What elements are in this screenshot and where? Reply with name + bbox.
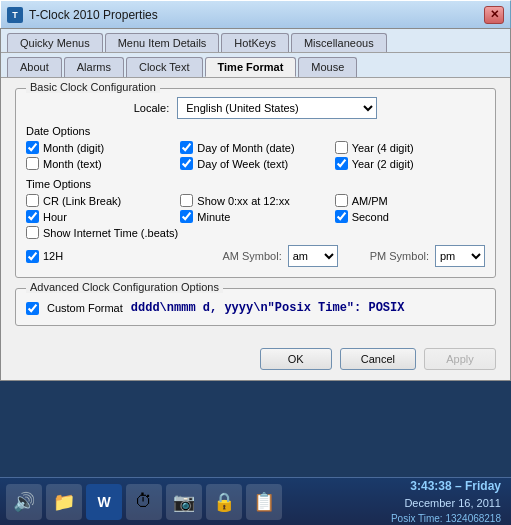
advanced-clock-section: Advanced Clock Configuration Options Cus… bbox=[15, 288, 496, 326]
checkbox-year-2digit: Year (2 digit) bbox=[335, 157, 485, 170]
checkbox-hour-label: Hour bbox=[43, 211, 67, 223]
custom-format-label: Custom Format bbox=[47, 302, 123, 314]
button-row: OK Cancel Apply bbox=[1, 344, 510, 380]
close-button[interactable]: ✕ bbox=[484, 6, 504, 24]
checkbox-12h-input[interactable] bbox=[26, 250, 39, 263]
checkbox-year-4digit: Year (4 digit) bbox=[335, 141, 485, 154]
taskbar-icon-security[interactable]: 🔒 bbox=[206, 484, 242, 520]
checkbox-ampm-label: AM/PM bbox=[352, 195, 388, 207]
custom-format-checkbox[interactable] bbox=[26, 302, 39, 315]
checkbox-12h: 12H bbox=[26, 250, 63, 263]
checkbox-minute-label: Minute bbox=[197, 211, 230, 223]
checkbox-year-2digit-input[interactable] bbox=[335, 157, 348, 170]
basic-clock-label: Basic Clock Configuration bbox=[26, 81, 160, 93]
locale-label: Locale: bbox=[134, 102, 169, 114]
app-icon: T bbox=[7, 7, 23, 23]
locale-row: Locale: English (United States) bbox=[26, 97, 485, 119]
ampm-row: 12H AM Symbol: am PM Symbol: pm bbox=[26, 245, 485, 267]
checkbox-ampm: AM/PM bbox=[335, 194, 485, 207]
checkbox-hour: Hour bbox=[26, 210, 176, 223]
checkbox-day-of-month-label: Day of Month (date) bbox=[197, 142, 294, 154]
checkbox-month-digit: Month (digit) bbox=[26, 141, 176, 154]
ok-button[interactable]: OK bbox=[260, 348, 332, 370]
time-options-grid: CR (Link Break) Show 0:xx at 12:xx AM/PM… bbox=[26, 194, 485, 239]
taskbar-icon-clipboard[interactable]: 📋 bbox=[246, 484, 282, 520]
tab-alarms[interactable]: Alarms bbox=[64, 57, 124, 77]
checkbox-show0xx-label: Show 0:xx at 12:xx bbox=[197, 195, 289, 207]
taskbar-posix: Posix Time: 1324068218 bbox=[391, 511, 501, 525]
tab-quicky-menus[interactable]: Quicky Menus bbox=[7, 33, 103, 52]
dialog: Quicky Menus Menu Item Details HotKeys M… bbox=[0, 28, 511, 381]
checkbox-hour-input[interactable] bbox=[26, 210, 39, 223]
custom-format-value: dddd\nmmm d, yyyy\n"Posix Time": POSIX bbox=[131, 301, 405, 315]
title-bar-left: T T-Clock 2010 Properties bbox=[7, 7, 158, 23]
date-options-grid: Month (digit) Day of Month (date) Year (… bbox=[26, 141, 485, 170]
pm-symbol-select[interactable]: pm bbox=[435, 245, 485, 267]
time-options-section: Time Options CR (Link Break) Show 0:xx a… bbox=[26, 178, 485, 267]
checkbox-show-0xx: Show 0:xx at 12:xx bbox=[180, 194, 330, 207]
checkbox-12h-label: 12H bbox=[43, 250, 63, 262]
advanced-clock-label: Advanced Clock Configuration Options bbox=[26, 281, 223, 293]
taskbar-icons: 🔊 📁 W ⏱ 📷 🔒 📋 bbox=[0, 484, 288, 520]
tab-time-format[interactable]: Time Format bbox=[205, 57, 297, 77]
taskbar-icon-folder[interactable]: 📁 bbox=[46, 484, 82, 520]
checkbox-month-text-label: Month (text) bbox=[43, 158, 102, 170]
taskbar: 🔊 📁 W ⏱ 📷 🔒 📋 3:43:38 – Friday December … bbox=[0, 477, 511, 525]
am-symbol-select[interactable]: am bbox=[288, 245, 338, 267]
checkbox-day-of-month: Day of Month (date) bbox=[180, 141, 330, 154]
taskbar-icon-word[interactable]: W bbox=[86, 484, 122, 520]
checkbox-year-4digit-label: Year (4 digit) bbox=[352, 142, 414, 154]
time-options-title: Time Options bbox=[26, 178, 485, 190]
title-bar: T T-Clock 2010 Properties ✕ bbox=[0, 0, 511, 28]
custom-format-row: Custom Format dddd\nmmm d, yyyy\n"Posix … bbox=[26, 301, 485, 315]
taskbar-time: 3:43:38 – Friday bbox=[391, 477, 501, 495]
checkbox-second: Second bbox=[335, 210, 485, 223]
checkbox-year-4digit-input[interactable] bbox=[335, 141, 348, 154]
taskbar-icon-camera[interactable]: 📷 bbox=[166, 484, 202, 520]
apply-button[interactable]: Apply bbox=[424, 348, 496, 370]
am-symbol-label: AM Symbol: bbox=[222, 250, 281, 262]
checkbox-month-digit-input[interactable] bbox=[26, 141, 39, 154]
checkbox-second-label: Second bbox=[352, 211, 389, 223]
checkbox-show0xx-input[interactable] bbox=[180, 194, 193, 207]
checkbox-cr-label: CR (Link Break) bbox=[43, 195, 121, 207]
checkbox-month-text: Month (text) bbox=[26, 157, 176, 170]
taskbar-icon-clock[interactable]: ⏱ bbox=[126, 484, 162, 520]
checkbox-cr-input[interactable] bbox=[26, 194, 39, 207]
tab-mouse[interactable]: Mouse bbox=[298, 57, 357, 77]
checkbox-ampm-input[interactable] bbox=[335, 194, 348, 207]
basic-clock-section: Basic Clock Configuration Locale: Englis… bbox=[15, 88, 496, 278]
checkbox-month-text-input[interactable] bbox=[26, 157, 39, 170]
checkbox-internet-time: Show Internet Time (.beats) bbox=[26, 226, 485, 239]
date-options-section: Date Options Month (digit) Day of Month … bbox=[26, 125, 485, 170]
checkbox-month-digit-label: Month (digit) bbox=[43, 142, 104, 154]
taskbar-clock: 3:43:38 – Friday December 16, 2011 Posix… bbox=[391, 477, 511, 525]
checkbox-day-of-week-label: Day of Week (text) bbox=[197, 158, 288, 170]
tab-hotkeys[interactable]: HotKeys bbox=[221, 33, 289, 52]
checkbox-cr-link-break: CR (Link Break) bbox=[26, 194, 176, 207]
checkbox-second-input[interactable] bbox=[335, 210, 348, 223]
taskbar-icon-sound[interactable]: 🔊 bbox=[6, 484, 42, 520]
tab-row-2: About Alarms Clock Text Time Format Mous… bbox=[1, 53, 510, 78]
checkbox-day-of-week: Day of Week (text) bbox=[180, 157, 330, 170]
checkbox-day-of-week-input[interactable] bbox=[180, 157, 193, 170]
tab-menu-item-details[interactable]: Menu Item Details bbox=[105, 33, 220, 52]
tab-clock-text[interactable]: Clock Text bbox=[126, 57, 203, 77]
checkbox-internet-time-label: Show Internet Time (.beats) bbox=[43, 227, 178, 239]
taskbar-date: December 16, 2011 bbox=[391, 495, 501, 512]
checkbox-day-of-month-input[interactable] bbox=[180, 141, 193, 154]
tab-row-1: Quicky Menus Menu Item Details HotKeys M… bbox=[1, 29, 510, 53]
locale-select[interactable]: English (United States) bbox=[177, 97, 377, 119]
checkbox-year-2digit-label: Year (2 digit) bbox=[352, 158, 414, 170]
title-text: T-Clock 2010 Properties bbox=[29, 8, 158, 22]
date-options-title: Date Options bbox=[26, 125, 485, 137]
pm-symbol-label: PM Symbol: bbox=[370, 250, 429, 262]
checkbox-internet-time-input[interactable] bbox=[26, 226, 39, 239]
tab-about[interactable]: About bbox=[7, 57, 62, 77]
checkbox-minute: Minute bbox=[180, 210, 330, 223]
checkbox-minute-input[interactable] bbox=[180, 210, 193, 223]
cancel-button[interactable]: Cancel bbox=[340, 348, 416, 370]
content-area: Basic Clock Configuration Locale: Englis… bbox=[1, 78, 510, 344]
tab-miscellaneous[interactable]: Miscellaneous bbox=[291, 33, 387, 52]
